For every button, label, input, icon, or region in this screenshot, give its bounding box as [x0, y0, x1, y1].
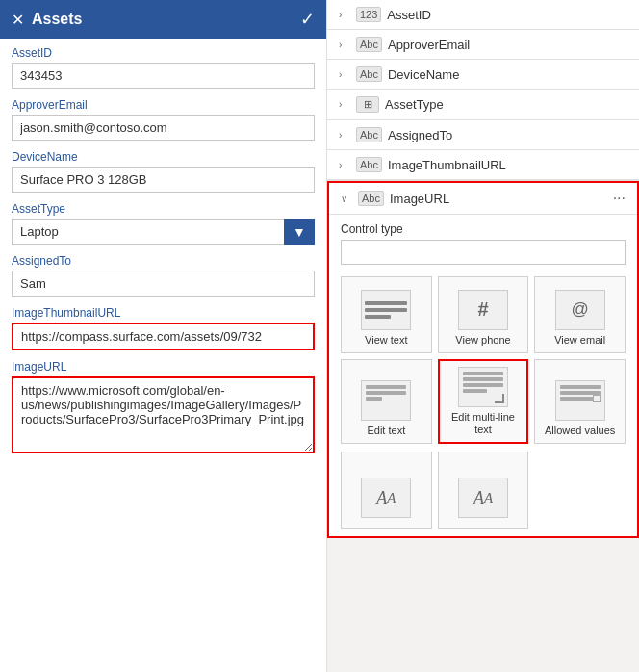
field-properties-panel: › 123 AssetID › Abc ApproverEmail › Abc … [327, 0, 639, 672]
form-body: AssetID ApproverEmail DeviceName AssetTy… [0, 39, 326, 672]
list-item-imagethumbnailurl[interactable]: › Abc ImageThumbnailURL [327, 150, 639, 180]
control-option-edit-multiline[interactable]: Edit multi-line text [438, 359, 529, 444]
field-devicename: DeviceName [12, 150, 315, 193]
field-assettype-select[interactable]: Laptop [12, 219, 315, 245]
aa2-icon: AA [458, 478, 508, 518]
field-assetid-input[interactable] [12, 63, 315, 89]
field-assignedto-label: AssignedTo [12, 254, 315, 268]
assets-form-panel: ✕ Assets ✓ AssetID ApproverEmail DeviceN… [0, 0, 327, 672]
imageurl-field-name: ImageURL [390, 192, 607, 206]
type-icon-assettype: ⊞ [356, 96, 379, 113]
chevron-right-icon: › [339, 69, 350, 80]
chevron-right-icon: › [339, 39, 350, 50]
control-option-aa1[interactable]: AA [341, 452, 432, 529]
list-item-devicename-label: DeviceName [388, 67, 459, 82]
view-text-label: View text [365, 334, 407, 347]
confirm-icon[interactable]: ✓ [300, 9, 315, 30]
type-icon-imagethumbnailurl: Abc [356, 157, 382, 172]
list-item-approveremail-label: ApproverEmail [388, 38, 470, 52]
list-item-assetid[interactable]: › 123 AssetID [327, 0, 639, 30]
type-icon-approveremail: Abc [356, 37, 382, 52]
field-assetid: AssetID [12, 46, 315, 89]
field-approveremail: ApproverEmail [12, 98, 315, 141]
more-options-icon[interactable]: ··· [613, 190, 626, 207]
field-imageurl: ImageURL https://www.microsoft.com/globa… [12, 360, 315, 456]
control-options-grid: View text # View phone @ View email Edit… [329, 269, 637, 452]
chevron-right-icon: › [339, 160, 350, 170]
view-email-label: View email [554, 334, 605, 347]
list-item-assettype-label: AssetType [385, 97, 444, 112]
field-imageurl-textarea[interactable]: https://www.microsoft.com/global/en-us/n… [12, 376, 315, 453]
control-type-input[interactable] [341, 240, 626, 265]
type-icon-assetid: 123 [356, 7, 381, 22]
view-phone-icon: # [458, 290, 508, 330]
field-list: › 123 AssetID › Abc ApproverEmail › Abc … [327, 0, 639, 181]
allowed-values-icon [555, 380, 605, 421]
type-icon-devicename: Abc [356, 66, 382, 82]
field-assettype: AssetType Laptop ▼ [12, 202, 315, 245]
panel-header-left: ✕ Assets [12, 11, 82, 29]
list-item-assignedto[interactable]: › Abc AssignedTo [327, 120, 639, 150]
edit-multiline-icon [458, 367, 508, 407]
chevron-down-icon: ∨ [341, 194, 352, 204]
control-option-allowed-values[interactable]: Allowed values [534, 359, 626, 444]
list-item-assetid-label: AssetID [387, 8, 431, 22]
edit-text-label: Edit text [367, 425, 405, 437]
list-item-approveremail[interactable]: › Abc ApproverEmail [327, 30, 639, 60]
view-text-icon [361, 290, 411, 330]
field-approveremail-label: ApproverEmail [12, 98, 315, 112]
chevron-right-icon: › [339, 99, 350, 110]
type-icon-imageurl: Abc [358, 191, 384, 206]
control-options-bottom-grid: AA AA [329, 452, 637, 536]
chevron-right-icon: › [339, 130, 350, 141]
field-devicename-input[interactable] [12, 167, 315, 193]
field-assettype-label: AssetType [12, 202, 315, 216]
control-option-view-phone[interactable]: # View phone [438, 276, 529, 353]
field-approveremail-input[interactable] [12, 115, 315, 141]
view-email-icon: @ [555, 290, 605, 330]
field-devicename-label: DeviceName [12, 150, 315, 164]
field-imagethumbnailurl: ImageThumbnailURL [12, 306, 315, 350]
type-icon-assignedto: Abc [356, 127, 382, 142]
panel-title: Assets [32, 11, 82, 28]
field-assignedto-input[interactable] [12, 271, 315, 297]
close-icon[interactable]: ✕ [12, 11, 24, 29]
list-item-imagethumbnailurl-label: ImageThumbnailURL [388, 158, 506, 172]
list-item-assettype[interactable]: › ⊞ AssetType [327, 90, 639, 120]
allowed-values-label: Allowed values [545, 425, 615, 437]
field-assignedto: AssignedTo [12, 254, 315, 297]
control-option-aa2[interactable]: AA [438, 452, 529, 529]
imageurl-section-header[interactable]: ∨ Abc ImageURL ··· [329, 183, 637, 215]
imageurl-expanded-section: ∨ Abc ImageURL ··· Control type View tex… [327, 181, 639, 538]
panel-header: ✕ Assets ✓ [0, 0, 326, 39]
aa1-icon: AA [361, 478, 411, 518]
list-item-devicename[interactable]: › Abc DeviceName [327, 60, 639, 90]
control-type-section: Control type [329, 215, 637, 269]
list-item-assignedto-label: AssignedTo [388, 128, 452, 142]
edit-text-icon [361, 380, 411, 421]
control-type-label: Control type [341, 222, 626, 236]
field-assettype-wrapper: Laptop ▼ [12, 219, 315, 245]
field-assetid-label: AssetID [12, 46, 315, 60]
control-option-view-text[interactable]: View text [341, 276, 432, 353]
edit-multiline-label: Edit multi-line text [444, 411, 524, 436]
control-option-edit-text[interactable]: Edit text [341, 359, 432, 444]
field-imagethumbnailurl-input[interactable] [12, 323, 315, 350]
field-imageurl-label: ImageURL [12, 360, 315, 374]
control-option-view-email[interactable]: @ View email [534, 276, 626, 353]
chevron-right-icon: › [339, 10, 350, 20]
field-imagethumbnailurl-label: ImageThumbnailURL [12, 306, 315, 320]
view-phone-label: View phone [455, 334, 510, 347]
